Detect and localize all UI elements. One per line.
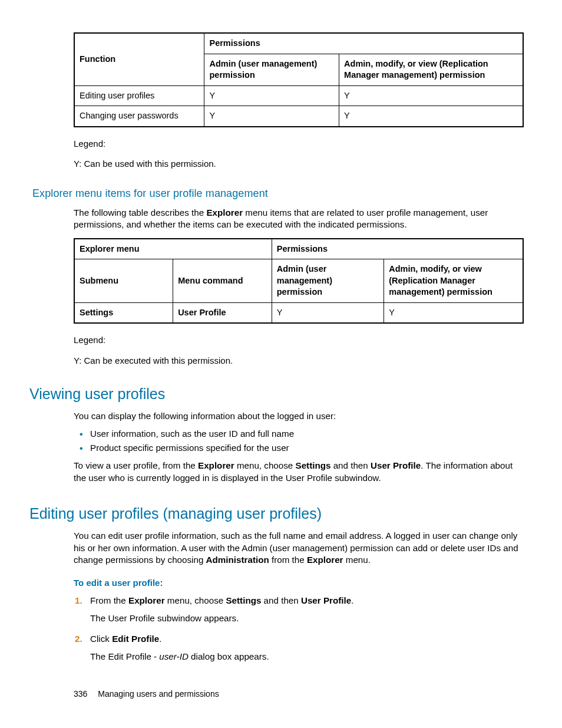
step-result: The Edit Profile - user-ID dialog box ap… <box>90 651 524 663</box>
th-admin-modify-view: Admin, modify, or view (Replication Mana… <box>339 54 523 85</box>
th-menu-command: Menu command <box>173 259 272 303</box>
permissions-table-1: Function Permissions Admin (user managem… <box>74 32 524 127</box>
th-function: Function <box>74 33 204 85</box>
legend-1: Legend: Y: Can be used with this permiss… <box>74 138 524 170</box>
th-submenu: Submenu <box>74 259 173 303</box>
legend-2: Legend: Y: Can be executed with this per… <box>74 334 524 367</box>
step-item: From the Explorer menu, choose Settings … <box>90 595 524 625</box>
td-submenu: Settings <box>74 302 173 323</box>
legend-text: Y: Can be used with this permission. <box>74 158 524 170</box>
th-admin-user-mgmt: Admin (user management) permission <box>204 54 339 85</box>
document-page: Function Permissions Admin (user managem… <box>0 0 562 728</box>
table-row: Submenu Menu command Admin (user managem… <box>74 259 523 303</box>
table-row: Changing user passwords Y Y <box>74 106 523 127</box>
th-admin-user-mgmt: Admin (user management) permission <box>272 259 384 303</box>
td-menu-command: User Profile <box>173 302 272 323</box>
table-row: Explorer menu Permissions <box>74 239 523 259</box>
td-perm-b: Y <box>384 302 523 323</box>
td-perm-a: Y <box>272 302 384 323</box>
td-perm-b: Y <box>339 85 523 106</box>
list-item: Product specific permissions specified f… <box>90 442 524 454</box>
td-perm-a: Y <box>204 85 339 106</box>
viewing-howto-paragraph: To view a user profile, from the Explore… <box>74 460 524 484</box>
footer-title: Managing users and permissions <box>98 689 219 699</box>
td-function: Editing user profiles <box>74 85 204 106</box>
viewing-bullet-list: User information, such as the user ID an… <box>74 428 524 454</box>
explorer-intro-block: The following table describes the Explor… <box>74 207 524 231</box>
th-permissions: Permissions <box>204 33 523 54</box>
th-permissions: Permissions <box>272 239 523 259</box>
legend-label: Legend: <box>74 138 524 150</box>
explorer-intro-paragraph: The following table describes the Explor… <box>74 207 524 231</box>
th-admin-modify-view: Admin, modify, or view (Replication Mana… <box>384 259 523 303</box>
table-row: Settings User Profile Y Y <box>74 302 523 323</box>
heading-viewing-user-profiles: Viewing user profiles <box>29 384 527 404</box>
viewing-intro: You can display the following informatio… <box>74 410 524 423</box>
heading-editing-user-profiles: Editing user profiles (managing user pro… <box>29 504 527 524</box>
heading-explorer-menu-items: Explorer menu items for user profile man… <box>32 186 527 200</box>
step-item: Click Edit Profile. The Edit Profile - u… <box>90 633 524 663</box>
td-perm-b: Y <box>339 106 523 127</box>
th-explorer-menu: Explorer menu <box>74 239 272 259</box>
list-item: User information, such as the user ID an… <box>90 428 524 440</box>
permissions-table-2: Explorer menu Permissions Submenu Menu c… <box>74 238 524 324</box>
table2-container: Explorer menu Permissions Submenu Menu c… <box>74 238 524 367</box>
editing-block: You can edit user profile information, s… <box>74 530 524 663</box>
step-result: The User Profile subwindow appears. <box>90 612 524 625</box>
table-row: Function Permissions <box>74 33 523 54</box>
td-function: Changing user passwords <box>74 106 204 127</box>
page-number: 336 <box>74 689 87 699</box>
viewing-block: You can display the following informatio… <box>74 410 524 485</box>
td-perm-a: Y <box>204 106 339 127</box>
table1-container: Function Permissions Admin (user managem… <box>74 32 524 170</box>
procedure-steps: From the Explorer menu, choose Settings … <box>74 595 524 663</box>
page-footer: 336 Managing users and permissions <box>74 689 219 700</box>
table-row: Editing user profiles Y Y <box>74 85 523 106</box>
legend-text: Y: Can be executed with this permission. <box>74 355 524 367</box>
editing-intro-paragraph: You can edit user profile information, s… <box>74 530 524 566</box>
legend-label: Legend: <box>74 334 524 346</box>
procedure-title: To edit a user profile: <box>74 577 524 589</box>
